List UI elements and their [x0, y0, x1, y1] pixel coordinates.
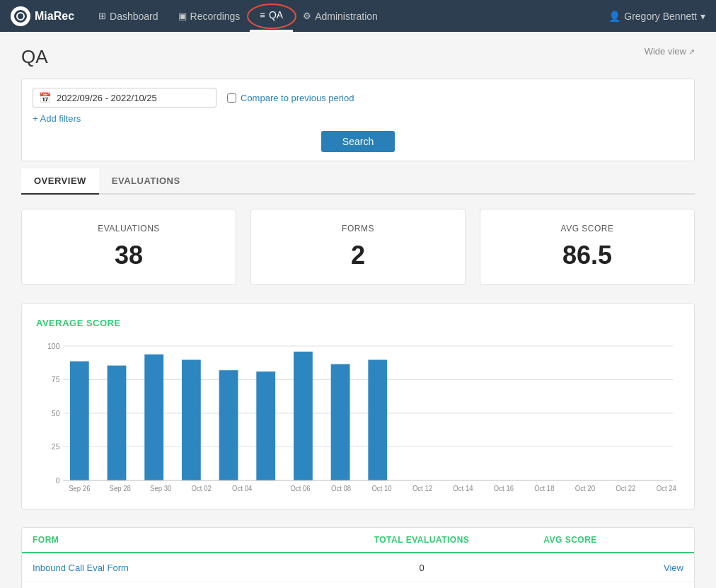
- page-header: QA Wide view: [21, 46, 695, 68]
- svg-rect-13: [108, 366, 127, 480]
- svg-text:25: 25: [52, 442, 60, 451]
- th-action: [641, 535, 683, 545]
- stat-forms-label: FORMS: [265, 224, 451, 234]
- svg-text:Oct 20: Oct 20: [575, 485, 596, 492]
- wide-view-link[interactable]: Wide view: [645, 46, 695, 57]
- stat-evaluations-value: 38: [36, 241, 221, 270]
- svg-text:Oct 22: Oct 22: [616, 485, 635, 492]
- svg-text:0: 0: [56, 476, 60, 485]
- svg-text:Oct 14: Oct 14: [453, 485, 473, 492]
- nav-recordings[interactable]: ▣ Recordings: [168, 0, 250, 32]
- page-title: QA: [21, 46, 48, 68]
- nav-dashboard[interactable]: ⊞ Dashboard: [88, 0, 168, 32]
- main-content: QA Wide view 📅 Compare to previous perio…: [0, 32, 716, 588]
- add-filters-link[interactable]: + Add filters: [33, 113, 81, 124]
- brand-name: MiaRec: [35, 10, 74, 23]
- recordings-icon: ▣: [178, 11, 187, 21]
- svg-text:Oct 24: Oct 24: [657, 485, 677, 492]
- td-total-inbound: 0: [344, 563, 500, 573]
- stats-row: EVALUATIONS 38 FORMS 2 AVG SCORE 86.5: [21, 209, 695, 285]
- brand[interactable]: MiaRec: [11, 6, 74, 26]
- tab-overview[interactable]: OVERVIEW: [21, 168, 99, 195]
- svg-text:Oct 12: Oct 12: [412, 485, 432, 492]
- svg-point-0: [13, 9, 28, 23]
- svg-text:Oct 10: Oct 10: [371, 485, 392, 492]
- filter-row: 📅 Compare to previous period: [33, 88, 683, 108]
- svg-rect-15: [182, 360, 201, 481]
- administration-icon: ⚙: [303, 11, 311, 21]
- td-form-inbound[interactable]: Inbound Call Eval Form: [33, 563, 344, 573]
- date-range-field[interactable]: [57, 93, 198, 103]
- tab-evaluations[interactable]: EVALUATIONS: [99, 168, 193, 195]
- td-action-inbound: View: [641, 562, 683, 573]
- filter-bar: 📅 Compare to previous period + Add filte…: [21, 79, 695, 161]
- svg-text:100: 100: [47, 342, 60, 350]
- svg-text:Oct 02: Oct 02: [192, 485, 212, 492]
- svg-text:Oct 06: Oct 06: [290, 485, 311, 492]
- table-header-row: FORM TOTAL EVALUATIONS AVG SCORE: [22, 528, 694, 553]
- svg-text:Sep 28: Sep 28: [110, 485, 132, 492]
- qa-icon: ≡: [260, 10, 265, 21]
- tabs-bar: OVERVIEW EVALUATIONS: [21, 168, 695, 195]
- stat-avg-score: AVG SCORE 86.5: [480, 209, 695, 285]
- user-menu[interactable]: 👤 Gregory Bennett ▾: [608, 11, 705, 22]
- table-row: Inbound Call Eval Form 0 View: [22, 553, 694, 582]
- stat-forms-value: 2: [265, 241, 451, 270]
- dashboard-icon: ⊞: [98, 11, 106, 21]
- navbar: MiaRec ⊞ Dashboard ▣ Recordings ≡ QA ⚙ A…: [0, 0, 716, 32]
- user-icon: 👤: [608, 11, 620, 22]
- nav-administration[interactable]: ⚙ Administration: [293, 0, 388, 32]
- user-dropdown-icon: ▾: [700, 11, 705, 22]
- table-section: FORM TOTAL EVALUATIONS AVG SCORE Inbound…: [21, 527, 695, 588]
- table-row: Sample form 38 86.5 View: [22, 582, 694, 588]
- svg-text:Oct 16: Oct 16: [494, 485, 514, 492]
- svg-text:75: 75: [52, 375, 60, 384]
- svg-text:Oct 08: Oct 08: [331, 485, 352, 492]
- compare-checkbox-label[interactable]: Compare to previous period: [227, 93, 354, 103]
- svg-rect-17: [256, 371, 275, 480]
- svg-text:Sep 30: Sep 30: [150, 485, 172, 492]
- chart-svg: 100 75 50 25 0: [36, 339, 680, 495]
- svg-rect-14: [144, 354, 163, 480]
- search-button[interactable]: Search: [321, 131, 395, 152]
- stat-avg-score-value: 86.5: [495, 241, 680, 270]
- svg-text:Sep 26: Sep 26: [69, 485, 91, 492]
- nav-links: ⊞ Dashboard ▣ Recordings ≡ QA ⚙ Administ…: [88, 0, 608, 32]
- svg-rect-18: [294, 352, 313, 480]
- svg-rect-20: [368, 360, 387, 481]
- nav-qa[interactable]: ≡ QA: [250, 0, 293, 32]
- th-avg-score: AVG SCORE: [500, 535, 641, 545]
- logo-icon: [11, 6, 30, 26]
- svg-rect-12: [70, 362, 89, 480]
- chart-section: AVERAGE SCORE 100 75 50 25 0: [21, 303, 695, 509]
- svg-rect-16: [219, 370, 238, 480]
- nav-qa-wrapper: ≡ QA: [250, 0, 293, 32]
- date-range-input[interactable]: 📅: [33, 88, 216, 108]
- stat-forms: FORMS 2: [250, 209, 466, 285]
- svg-rect-19: [331, 364, 350, 480]
- svg-text:Oct 04: Oct 04: [232, 485, 253, 492]
- chart-title: AVERAGE SCORE: [36, 318, 680, 328]
- th-total-evaluations: TOTAL EVALUATIONS: [344, 535, 500, 545]
- search-btn-row: Search: [33, 131, 683, 152]
- chart-area: 100 75 50 25 0: [36, 339, 680, 495]
- stat-evaluations-label: EVALUATIONS: [36, 224, 221, 234]
- compare-checkbox[interactable]: [227, 93, 236, 103]
- stat-evaluations: EVALUATIONS 38: [21, 209, 236, 285]
- svg-text:Oct 18: Oct 18: [534, 485, 555, 492]
- stat-avg-score-label: AVG SCORE: [495, 224, 680, 234]
- th-form: FORM: [33, 535, 344, 545]
- calendar-icon: 📅: [39, 92, 51, 103]
- svg-text:50: 50: [52, 409, 60, 417]
- view-link-inbound[interactable]: View: [664, 563, 683, 573]
